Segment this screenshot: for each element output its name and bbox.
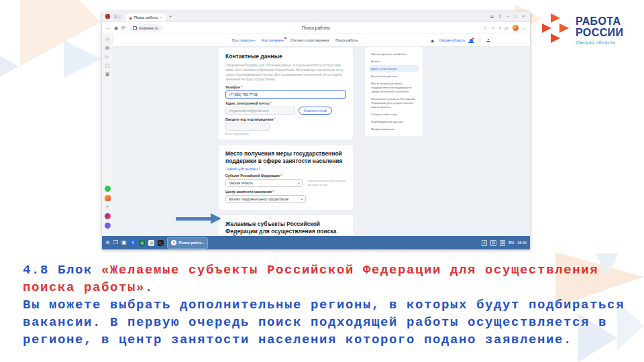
whatsapp-icon[interactable] <box>105 186 111 192</box>
tab-close-icon[interactable]: × <box>160 15 162 19</box>
employment-center-select[interactable]: Филиал "Кадровый центр города Омска" ▾ <box>225 195 306 203</box>
accessibility-eye-icon[interactable]: ◉ <box>431 38 434 43</box>
logo-title-line2: РОССИИ <box>576 27 623 38</box>
address-bar[interactable]: trudvsem.ru <box>129 24 162 32</box>
step-questionnaire[interactable]: Анкета <box>369 58 419 65</box>
instagram-icon[interactable] <box>105 213 111 219</box>
decor-triangle-top-left-blue <box>64 40 102 78</box>
lock-icon <box>133 26 137 30</box>
window-menu-icon[interactable]: ≡ <box>499 14 502 19</box>
window-close-icon[interactable]: × <box>522 14 525 19</box>
browser-tab-strip: 1 ⌄ ◆ Поиск работы × + ⊞ ≡ – □ × <box>102 11 530 22</box>
history-icon[interactable]: ◷ <box>105 37 109 42</box>
step-desired-subjects[interactable]: Желаемые субъекты Российской Федерации д… <box>369 95 419 111</box>
webpage: Все сервисы Мои резюме Отклики и приглаш… <box>113 34 530 237</box>
window-overlap-icon[interactable]: ⊞ <box>490 14 494 19</box>
terminal-app-icon[interactable]: >_ <box>158 240 164 246</box>
browser-toolbar: ← ◉ ⟳ trudvsem.ru Поиск работы ⚏ ☆ ⤓ ◫ ⌄ <box>102 22 530 34</box>
bookmarks-panel-icon[interactable]: ▤ <box>105 46 110 51</box>
more-panel-icon[interactable]: ⋯ <box>105 232 110 235</box>
viber-icon[interactable] <box>105 223 111 229</box>
confirmation-code-input[interactable] <box>225 123 270 131</box>
yandex-mail-icon[interactable] <box>105 195 111 201</box>
taskbar-active-window[interactable]: Y Поиск работ... <box>167 237 208 249</box>
step-personal-data[interactable]: Личные данные заявителя <box>369 50 419 58</box>
step-data-confirmation[interactable]: Подтверждение данных <box>369 118 419 125</box>
support-place-heading: Место получения меры государственной под… <box>225 150 346 164</box>
photos-icon[interactable]: ▣ <box>121 239 127 246</box>
printer-icon[interactable]: ⊟ <box>490 240 496 246</box>
yandex-browser-icon[interactable]: Y <box>129 240 136 246</box>
step-registration-address[interactable]: Адрес регистрации <box>369 65 419 72</box>
windows-panel-icon[interactable]: ▢ <box>105 63 110 68</box>
region-link[interactable]: Омская область <box>439 38 465 42</box>
player-icon[interactable]: ▷ <box>105 54 109 60</box>
step-contact-data[interactable]: Контактные данные <box>369 72 419 80</box>
start-button-icon[interactable]: ⊛ <box>105 239 110 246</box>
employment-center-label: Центр занятости населения * <box>225 190 346 194</box>
profile-person-icon[interactable] <box>486 39 490 42</box>
confirmation-code-label: Введите код подтверждения * <box>225 117 346 121</box>
caption-prefix: 4.8 Блок <box>23 263 101 278</box>
favorites-heart-icon[interactable]: ♡ <box>478 38 482 43</box>
subject-select[interactable]: Омская область ▾ <box>225 179 303 187</box>
collections-icon[interactable]: ⚏ <box>484 25 487 30</box>
tray-expand-icon[interactable]: ∧ <box>482 240 487 246</box>
contact-description: Сведения необходимы для уточнения данных… <box>225 63 346 82</box>
subject-note: Список регионов, для которых доступна ус… <box>307 179 346 186</box>
yandex-badge-icon: Y <box>171 240 176 245</box>
toolbar-chevron-icon[interactable]: ⌄ <box>523 25 526 30</box>
bookmark-icon[interactable]: ☆ <box>491 25 494 30</box>
email-input[interactable] <box>225 107 295 115</box>
document-app-icon[interactable]: ▥ <box>148 240 154 246</box>
email-label: Адрес электронной почты * <box>225 101 346 105</box>
step-social-status[interactable]: Социальный статус <box>369 111 419 118</box>
bell-badge <box>472 38 475 40</box>
caption-highlight: «Желаемые субъекты Российской Федерации … <box>23 263 598 295</box>
screenshot-icon[interactable]: ▣ <box>105 72 110 77</box>
browser-menu-icon[interactable] <box>105 14 110 19</box>
annotation-arrow <box>176 213 221 224</box>
add-panel-icon[interactable]: + <box>106 204 109 210</box>
change-email-button[interactable]: Изменить email <box>299 107 332 115</box>
chevron-down-icon: ▾ <box>301 198 303 201</box>
support-place-section: Место получения меры государственной под… <box>219 145 353 210</box>
language-indicator[interactable]: RU <box>508 241 514 245</box>
new-tab-button[interactable]: + <box>169 14 172 19</box>
page-content: Контактные данные Сведения необходимы дл… <box>113 47 530 237</box>
extensions-icon[interactable]: ◫ <box>504 25 508 30</box>
nav-my-resumes[interactable]: Мои резюме <box>262 38 284 42</box>
taskbar: ⊛ ❒ ▣ Y ▤ ▥ >_ Y Поиск работ... ∧ ⊟ ⊞ RU… <box>102 236 530 249</box>
site-header: Все сервисы Мои резюме Отклики и приглаш… <box>113 34 530 47</box>
reload-icon[interactable]: ⟳ <box>121 25 125 31</box>
notifications-bell-icon[interactable] <box>470 39 473 42</box>
rabota-rossii-logo: РАБОТА РОССИИ Омская область <box>542 13 639 48</box>
url-text: trudvsem.ru <box>139 26 158 30</box>
nav-responses[interactable]: Отклики и приглашения <box>290 38 329 42</box>
protect-icon[interactable]: ◉ <box>114 25 118 31</box>
step-support-place[interactable]: Место получения меры государственной под… <box>369 80 419 95</box>
nav-all-services[interactable]: Все сервисы <box>232 38 255 42</box>
back-icon[interactable]: ← <box>106 25 111 30</box>
downloads-icon[interactable]: ⤓ <box>499 25 501 30</box>
tab-counter[interactable]: 1 ⌄ <box>113 14 122 19</box>
clock: 08:34 <box>517 241 527 245</box>
form-steps-nav: Личные данные заявителя Анкета Адрес рег… <box>365 47 423 136</box>
file-explorer-icon[interactable]: ❒ <box>113 239 118 246</box>
profile-avatar[interactable] <box>513 25 519 31</box>
tab-title: Поиск работы <box>134 15 158 19</box>
decor-triangle-top-left-blue-small <box>0 56 19 77</box>
window-minimize-icon[interactable]: – <box>507 14 509 19</box>
nav-job-search[interactable]: Поиск работы <box>335 38 358 42</box>
notification-dot <box>284 37 286 39</box>
phone-input[interactable] <box>225 90 346 99</box>
browser-window: 1 ⌄ ◆ Поиск работы × + ⊞ ≡ – □ × ← ◉ ⟳ t… <box>102 11 530 249</box>
logo-region: Омская область <box>576 40 623 46</box>
window-maximize-icon[interactable]: □ <box>515 14 517 19</box>
network-icon[interactable]: ⊞ <box>500 240 506 246</box>
browser-tab[interactable]: ◆ Поиск работы × <box>125 13 166 21</box>
step-profiling[interactable]: Профилирование <box>369 125 419 133</box>
czn-hint-link[interactable]: Какой ЦЗН выбрать? <box>225 167 346 171</box>
spreadsheet-app-icon[interactable]: ▤ <box>139 240 145 246</box>
slide: РАБОТА РОССИИ Омская область 1 ⌄ ◆ Поиск… <box>0 0 644 362</box>
